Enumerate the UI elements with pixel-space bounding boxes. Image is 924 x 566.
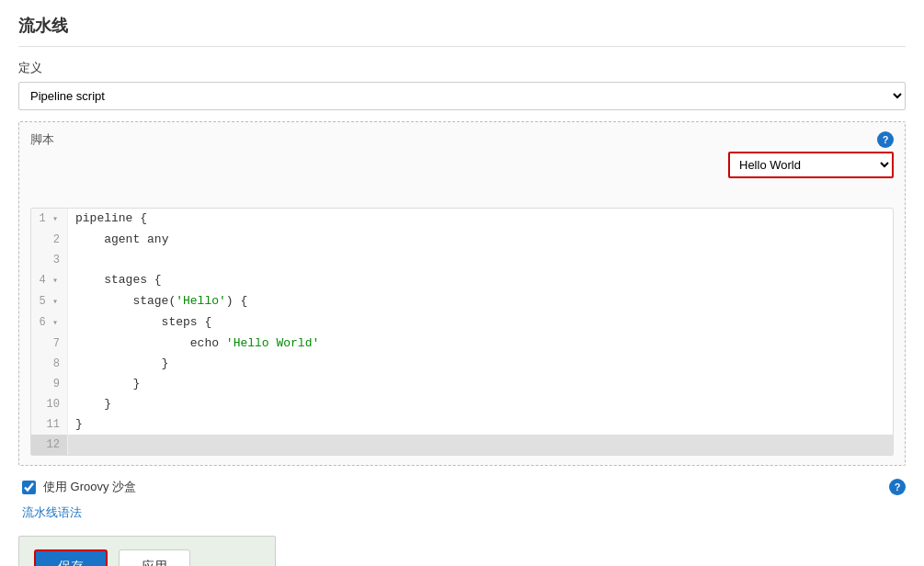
- code-line: 1 ▾ pipeline {: [31, 209, 893, 230]
- code-editor[interactable]: 1 ▾ pipeline { 2 agent any 3 4 ▾ stages …: [30, 208, 894, 456]
- definition-label: 定义: [18, 60, 906, 76]
- script-container: 脚本 ? Hello World GitHub + Maven Scripted…: [18, 121, 906, 466]
- sandbox-checkbox[interactable]: [22, 481, 36, 494]
- sandbox-help-icon[interactable]: ?: [889, 479, 906, 495]
- buttons-bar: 保存 应用: [18, 536, 276, 566]
- sandbox-row: 使用 Groovy 沙盒 ?: [18, 479, 906, 495]
- code-line: 6 ▾ steps {: [31, 312, 893, 334]
- page-title: 流水线: [18, 15, 906, 47]
- code-line: 8 }: [31, 354, 893, 374]
- code-line: 10 }: [31, 394, 893, 414]
- script-help-icon[interactable]: ?: [877, 131, 894, 148]
- code-line: 11 }: [31, 414, 893, 435]
- template-select[interactable]: Hello World GitHub + Maven Scripted Pipe…: [728, 152, 894, 178]
- script-header-row: 脚本 ?: [30, 131, 894, 148]
- pipeline-syntax-link[interactable]: 流水线语法: [18, 504, 906, 521]
- save-button[interactable]: 保存: [34, 549, 108, 566]
- apply-button[interactable]: 应用: [119, 549, 190, 566]
- code-line: 5 ▾ stage('Hello') {: [31, 291, 893, 312]
- definition-select[interactable]: Pipeline script Pipeline script from SCM: [18, 82, 906, 110]
- code-line: 9 }: [31, 374, 893, 394]
- code-line: 7 echo 'Hello World': [31, 334, 893, 354]
- sandbox-label: 使用 Groovy 沙盒: [43, 479, 136, 495]
- page-wrapper: 流水线 定义 Pipeline script Pipeline script f…: [0, 0, 924, 566]
- script-label: 脚本: [30, 131, 54, 148]
- template-dropdown-wrapper: Hello World GitHub + Maven Scripted Pipe…: [30, 152, 894, 178]
- code-line: 4 ▾ stages {: [31, 270, 893, 291]
- code-line: 2 agent any: [31, 230, 893, 250]
- code-line: 3: [31, 250, 893, 270]
- code-line-empty: 12: [31, 435, 893, 455]
